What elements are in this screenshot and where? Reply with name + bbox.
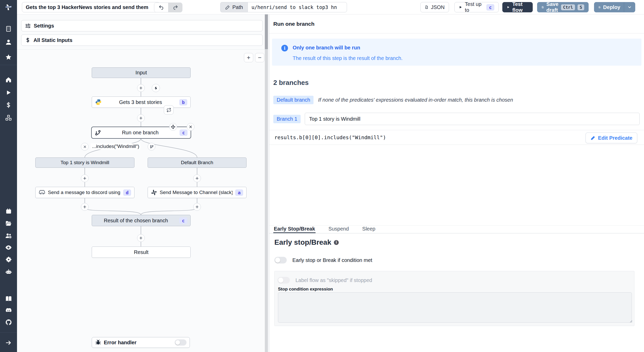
label-skipped-toggle[interactable]	[277, 277, 290, 284]
audit-eye-icon[interactable]	[5, 244, 12, 251]
node-label: Default Branch	[151, 160, 243, 165]
tab-early-stop-break[interactable]: Early Stop/Break	[273, 226, 316, 233]
plus-icon	[139, 116, 143, 120]
discord-icon	[39, 189, 45, 196]
deploy-label: Deploy	[603, 4, 620, 10]
sidebar-divider	[0, 332, 17, 333]
default-branch-row: Default branch If none of the predicates…	[273, 96, 513, 104]
save-icon	[541, 5, 544, 10]
panel-title: Run one branch	[269, 14, 644, 33]
move-node-button[interactable]	[169, 123, 177, 131]
workspace-icon[interactable]	[5, 25, 12, 33]
groups-users-gear-icon[interactable]	[5, 232, 12, 240]
path-input[interactable]	[248, 2, 347, 12]
add-step-button[interactable]	[193, 203, 201, 211]
github-icon[interactable]	[5, 318, 12, 326]
plus-icon	[139, 86, 143, 90]
redo-button[interactable]	[168, 3, 182, 12]
node-label: Send Message to Channel (slack)	[160, 190, 233, 195]
trigger-bolt-button[interactable]	[152, 84, 160, 92]
early-stop-options-panel: Label flow as "skipped" if stopped Stop …	[274, 271, 634, 326]
node-result[interactable]: Result	[92, 247, 191, 258]
deploy-button[interactable]: Deploy	[594, 2, 635, 12]
add-step-button[interactable]	[81, 174, 89, 182]
home-icon[interactable]	[5, 76, 12, 84]
error-handler-toggle[interactable]	[175, 339, 187, 346]
remove-branch-button[interactable]	[81, 143, 89, 151]
discord-icon[interactable]	[5, 306, 12, 314]
favorites-star-icon[interactable]	[5, 53, 12, 61]
test-flow-label: Test flow	[512, 1, 528, 13]
test-flow-button[interactable]: Test flow	[502, 2, 533, 12]
add-step-button[interactable]	[137, 114, 145, 122]
undo-redo-group	[154, 3, 182, 12]
early-stop-heading-row: Early stop/Break i	[274, 238, 339, 247]
info-title: Only one branch will be run	[293, 45, 360, 51]
python-icon	[95, 99, 102, 105]
play-icon	[507, 5, 510, 9]
folders-icon[interactable]	[5, 219, 12, 227]
add-step-button[interactable]	[137, 234, 145, 242]
node-branch-windmill[interactable]: Top 1 story is Windmill	[35, 157, 134, 168]
runs-play-icon[interactable]	[5, 89, 12, 96]
node-result-chosen[interactable]: Result of the chosen branch c	[92, 215, 191, 226]
branches-heading: 2 branches	[273, 79, 309, 87]
early-stop-toggle-row: Early stop or Break if condition met	[274, 257, 372, 263]
pencil-icon	[225, 5, 230, 10]
collapse-arrow-icon[interactable]	[5, 339, 12, 347]
node-discord[interactable]: Send a message to discord using w... d	[35, 187, 134, 198]
kbd-s: S	[578, 4, 584, 10]
flow-title-input[interactable]	[22, 2, 160, 12]
node-slack[interactable]: Send Message to Channel (slack) a	[148, 187, 247, 198]
path-label-chip: Path	[220, 2, 248, 12]
user-icon[interactable]	[5, 38, 12, 46]
node-branch-default[interactable]: Default Branch	[148, 157, 247, 168]
move-icon	[171, 125, 175, 129]
file-json-icon	[425, 5, 428, 10]
docs-book-icon[interactable]	[5, 295, 12, 302]
add-step-button[interactable]	[193, 174, 201, 182]
add-step-button[interactable]	[137, 84, 145, 92]
node-input[interactable]: Input	[92, 67, 191, 78]
undo-button[interactable]	[154, 3, 168, 12]
plus-icon	[139, 236, 143, 240]
settings-gear-icon[interactable]	[5, 256, 12, 263]
save-draft-button[interactable]: Save draft Ctrl S	[537, 2, 589, 12]
tab-suspend[interactable]: Suspend	[328, 226, 349, 233]
branch1-badge: Branch 1	[273, 115, 301, 123]
predicate-edge-label: ...includes("Windmill")	[91, 143, 140, 149]
chevron-down-icon	[627, 5, 632, 10]
early-stop-toggle[interactable]	[274, 257, 287, 263]
flow-edges	[17, 14, 269, 352]
add-branch-button[interactable]	[148, 143, 155, 151]
default-branch-description: If none of the predicates' expressions e…	[318, 97, 513, 103]
resources-boxes-icon[interactable]	[5, 114, 12, 122]
schedules-calendar-icon[interactable]	[5, 207, 12, 215]
step-id-badge: c	[179, 217, 187, 224]
loop-restart-button[interactable]	[164, 105, 174, 115]
plus-icon	[195, 205, 199, 209]
branch1-row: Branch 1	[273, 113, 640, 125]
variables-dollar-icon[interactable]	[5, 101, 12, 109]
error-handler-node[interactable]: Error handler	[92, 337, 190, 348]
test-up-to-button[interactable]: Test up to c	[454, 2, 499, 12]
branch1-summary-input[interactable]	[305, 113, 640, 125]
add-step-button[interactable]	[81, 203, 89, 211]
node-label: Top 1 story is Windmill	[39, 160, 131, 165]
edit-predicate-button[interactable]: Edit Predicate	[586, 133, 637, 143]
node-label: Result	[95, 249, 187, 255]
deploy-dropdown-button[interactable]	[624, 2, 635, 12]
play-icon	[459, 5, 462, 9]
stop-condition-textarea[interactable]	[278, 292, 632, 323]
node-get-stories[interactable]: Gets 3 best stories b	[92, 96, 191, 108]
info-icon: i	[334, 240, 339, 245]
tab-sleep[interactable]: Sleep	[362, 226, 376, 233]
bug-icon	[95, 339, 101, 346]
delete-node-button[interactable]	[187, 123, 194, 131]
json-button[interactable]: JSON	[420, 2, 449, 12]
early-stop-toggle-label: Early stop or Break if condition met	[292, 257, 372, 263]
windmill-logo-icon[interactable]	[5, 3, 12, 11]
edit-predicate-label: Edit Predicate	[598, 135, 632, 141]
skipped-toggle-row: Label flow as "skipped" if stopped	[277, 277, 372, 284]
ai-robot-icon[interactable]	[5, 268, 12, 276]
